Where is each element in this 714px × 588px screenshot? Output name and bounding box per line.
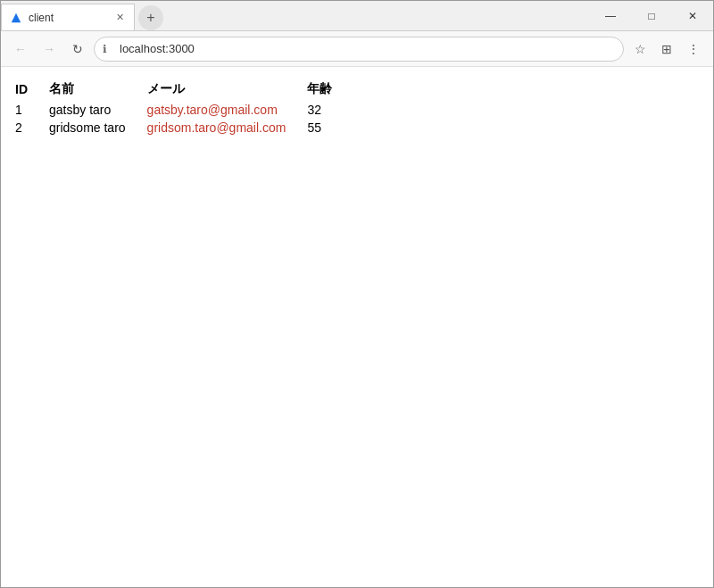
cell-age-1: 55 (307, 119, 353, 137)
bookmark-button[interactable]: ☆ (627, 37, 652, 62)
col-header-email: メール (147, 78, 308, 101)
tab-close-button[interactable]: ✕ (112, 11, 127, 25)
cell-age-0: 32 (307, 101, 353, 119)
col-header-id: ID (15, 78, 49, 101)
col-header-name: 名前 (49, 78, 147, 101)
cell-id-0: 1 (15, 101, 49, 119)
new-tab-button[interactable]: + (138, 5, 163, 30)
title-bar: client ✕ + — □ ✕ (1, 1, 713, 31)
forward-button[interactable]: → (37, 37, 62, 62)
data-table: ID 名前 メール 年齢 1 gatsby taro gatsby.taro@g… (15, 78, 353, 137)
cell-name-0: gatsby taro (49, 101, 147, 119)
cell-name-1: gridsome taro (49, 119, 147, 137)
table-body: 1 gatsby taro gatsby.taro@gmail.com 32 2… (15, 101, 353, 137)
address-actions: ☆ ⊞ ⋮ (627, 37, 706, 62)
close-button[interactable]: ✕ (672, 1, 713, 31)
tab-favicon (9, 11, 23, 25)
maximize-button[interactable]: □ (631, 1, 672, 31)
table-row: 1 gatsby taro gatsby.taro@gmail.com 32 (15, 101, 353, 119)
customize-button[interactable]: ⊞ (654, 37, 679, 62)
col-header-age: 年齢 (307, 78, 353, 101)
back-button[interactable]: ← (8, 37, 33, 62)
svg-marker-0 (12, 12, 21, 22)
minimize-button[interactable]: — (590, 1, 631, 31)
address-input[interactable] (94, 37, 624, 62)
tab-title: client (29, 12, 109, 24)
browser-window: client ✕ + — □ ✕ ← → ↻ ℹ ☆ ⊞ ⋮ I (0, 0, 714, 588)
table-row: 2 gridsome taro gridsom.taro@gmail.com 5… (15, 119, 353, 137)
reload-button[interactable]: ↻ (65, 37, 90, 62)
address-bar: ← → ↻ ℹ ☆ ⊞ ⋮ (1, 31, 713, 67)
page-content: ID 名前 メール 年齢 1 gatsby taro gatsby.taro@g… (1, 67, 713, 587)
menu-button[interactable]: ⋮ (681, 37, 706, 62)
tab-area: client ✕ + (1, 1, 590, 30)
cell-email-0: gatsby.taro@gmail.com (147, 101, 308, 119)
table-header: ID 名前 メール 年齢 (15, 78, 353, 101)
window-controls: — □ ✕ (590, 1, 713, 30)
cell-email-1: gridsom.taro@gmail.com (147, 119, 308, 137)
active-tab[interactable]: client ✕ (1, 4, 135, 30)
address-wrapper: ℹ (94, 37, 624, 62)
cell-id-1: 2 (15, 119, 49, 137)
lock-icon: ℹ (103, 43, 107, 55)
